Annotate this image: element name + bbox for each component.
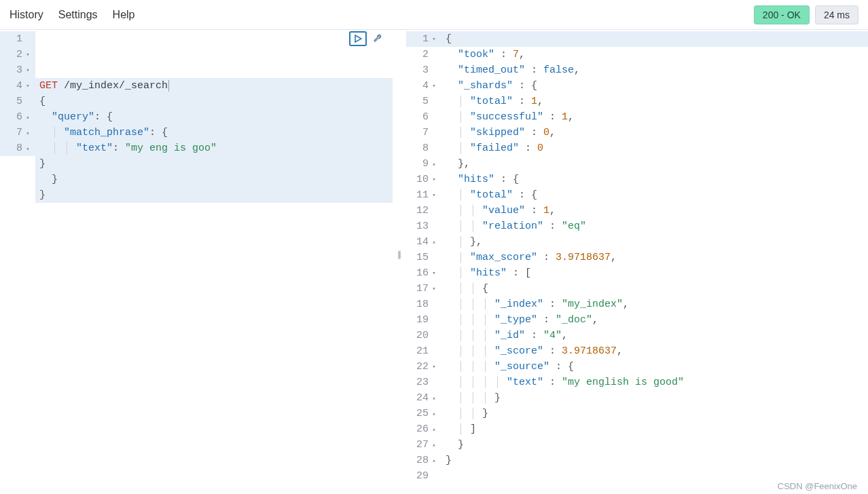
watermark: CSDN @FeenixOne <box>778 481 857 491</box>
play-icon <box>354 35 362 43</box>
wrench-icon <box>373 33 384 44</box>
svg-marker-0 <box>355 35 361 42</box>
menu-help[interactable]: Help <box>113 9 135 21</box>
request-pane: 12▾3▾4▾56▴7▴8▴ GET /my_index/_search{ "q… <box>0 30 393 479</box>
top-menu-bar: History Settings Help 200 - OK 24 ms <box>0 0 868 30</box>
response-viewer[interactable]: { "took" : 7, "timed_out" : false, "_sha… <box>441 30 868 479</box>
timing-badge: 24 ms <box>815 5 858 24</box>
response-gutter: 1▾234▾56789▴10▾11▾121314▴1516▾17▾1819202… <box>406 30 441 479</box>
wrench-button[interactable] <box>369 31 387 46</box>
request-editor[interactable]: GET /my_index/_search{ "query": { │ "mat… <box>35 30 393 479</box>
run-controls <box>349 31 387 46</box>
status-badge: 200 - OK <box>754 5 810 24</box>
run-button[interactable] <box>349 31 367 46</box>
request-gutter: 12▾3▾4▾56▴7▴8▴ <box>0 30 35 479</box>
menu-settings[interactable]: Settings <box>58 9 98 21</box>
response-pane: 1▾234▾56789▴10▾11▾121314▴1516▾17▾1819202… <box>406 30 868 479</box>
menu-history[interactable]: History <box>10 9 43 21</box>
editor-panes: 12▾3▾4▾56▴7▴8▴ GET /my_index/_search{ "q… <box>0 30 868 479</box>
pane-divider[interactable]: ∥ <box>393 30 406 479</box>
